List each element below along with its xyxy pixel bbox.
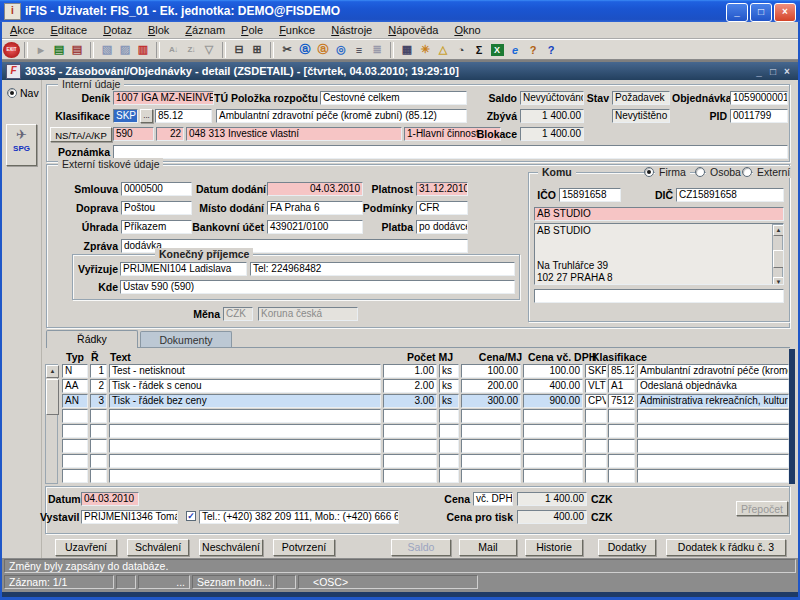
prepocet-button[interactable]: Přepočet	[736, 501, 788, 516]
ucet-field[interactable]: 439021/0100	[267, 220, 363, 234]
tab-radky[interactable]: Řádky	[46, 330, 138, 348]
klasifikace-kod-field[interactable]: 85.12	[155, 109, 212, 123]
uhrada-field[interactable]: Příkazem	[121, 220, 192, 234]
denik-field[interactable]: 1007 IGA MZ-NEINVESTI	[113, 91, 214, 105]
table-cell-empty[interactable]	[90, 439, 107, 453]
table-cell-r[interactable]: 2	[90, 379, 107, 393]
form-close-icon[interactable]: ×	[780, 66, 794, 77]
podminky-field[interactable]: CFR	[416, 201, 468, 215]
table-cell-empty[interactable]	[383, 409, 437, 423]
help-person-icon[interactable]: ?	[524, 42, 542, 58]
table-cell-empty[interactable]	[461, 439, 521, 453]
table-cell-r[interactable]: 3	[90, 394, 107, 408]
table-cell-mj[interactable]: ks	[439, 379, 459, 393]
klasifikace-typ-field[interactable]: SKP	[113, 109, 138, 123]
cut-icon[interactable]: ✂	[278, 42, 296, 58]
table-cell-popis[interactable]: Administrativa rekreačních, kulturních a	[637, 394, 789, 408]
table-cell-empty[interactable]	[461, 469, 521, 483]
table-cell-empty[interactable]	[383, 454, 437, 468]
table-cell-cena-dph[interactable]: 900.00	[523, 394, 583, 408]
table-cell-empty[interactable]	[585, 424, 607, 438]
vyrizuje-field[interactable]: PRIJMENI104 Ladislava	[120, 262, 247, 276]
table-cell-empty[interactable]	[608, 424, 635, 438]
ico-field[interactable]: 15891658	[559, 188, 621, 202]
table-cell-empty[interactable]	[109, 439, 381, 453]
dic-field[interactable]: CZ15891658	[676, 188, 784, 202]
objednavka-field[interactable]: 1059000001	[730, 91, 788, 105]
menu-editace[interactable]: Editace	[42, 23, 95, 37]
adresa-scrollbar[interactable]: ▲ ▼	[772, 224, 783, 284]
table-cell-empty[interactable]	[523, 424, 583, 438]
misto-dodani-field[interactable]: FA Praha 6	[267, 201, 363, 215]
previous-record-icon[interactable]: ▧	[98, 42, 116, 58]
table-cell-empty[interactable]	[62, 409, 88, 423]
osoba-radio[interactable]	[695, 167, 705, 177]
exit-icon[interactable]: EXIT	[3, 42, 20, 58]
table-cell-text[interactable]: Test - netisknout	[109, 364, 381, 378]
table-cell-empty[interactable]	[383, 439, 437, 453]
helm-icon[interactable]: ✳	[416, 42, 434, 58]
spg-button[interactable]: ✈ SPG	[6, 124, 37, 166]
tab-dokumenty[interactable]: Dokumenty	[140, 331, 232, 348]
maximize-button[interactable]: □	[750, 3, 772, 22]
table-cell-empty[interactable]	[90, 409, 107, 423]
browser-icon[interactable]: e	[506, 42, 524, 58]
nstakp-button[interactable]: NS/TA/A/KP	[50, 127, 112, 142]
table-cell-popis[interactable]: Ambulantní zdravotní péče (kromě zubn	[637, 364, 789, 378]
table-cell-empty[interactable]	[585, 439, 607, 453]
scroll-up-icon[interactable]: ▲	[773, 225, 784, 236]
form-minimize-icon[interactable]: _	[752, 66, 766, 77]
delete-record-icon[interactable]: ▥	[134, 42, 152, 58]
table-cell-text[interactable]: Tisk - řádek bez ceny	[109, 394, 381, 408]
ns-field[interactable]: 590	[113, 127, 154, 141]
table-cell-mj[interactable]: ks	[439, 364, 459, 378]
table-cell-empty[interactable]	[383, 469, 437, 483]
minimize-button[interactable]: _	[726, 3, 748, 22]
menu-nastroje[interactable]: Nástroje	[323, 23, 380, 37]
table-cell-empty[interactable]	[461, 424, 521, 438]
externi-radio[interactable]	[742, 167, 752, 177]
table-cell-empty[interactable]	[62, 439, 88, 453]
datum-field[interactable]: 04.03.2010	[81, 492, 139, 506]
pyramid-icon[interactable]: △	[434, 42, 452, 58]
outline-icon[interactable]: ≣	[368, 42, 386, 58]
table-cell-empty[interactable]	[62, 424, 88, 438]
table-cell-empty[interactable]	[109, 409, 381, 423]
table-cell-mj[interactable]: ks	[439, 394, 459, 408]
table-cell-empty[interactable]	[109, 454, 381, 468]
table-cell-empty[interactable]	[637, 469, 789, 483]
table-cell-typ[interactable]: N	[62, 364, 88, 378]
record-scroll-up-icon[interactable]: ▲	[46, 365, 59, 378]
kde-field[interactable]: Ústav 590 (590)	[120, 280, 515, 294]
excel-icon[interactable]: X	[491, 44, 504, 56]
scroll-down-icon[interactable]: ▼	[773, 277, 784, 285]
close-button[interactable]: ×	[774, 3, 796, 22]
table-cell-empty[interactable]	[62, 454, 88, 468]
firma-nazev-field[interactable]: AB STUDIO	[534, 207, 784, 221]
table-cell-empty[interactable]	[523, 409, 583, 423]
tel-checkbox[interactable]: ✓	[186, 511, 196, 521]
paste-icon[interactable]: ⓐ	[314, 42, 332, 58]
table-cell-empty[interactable]	[608, 439, 635, 453]
table-cell-empty[interactable]	[585, 409, 607, 423]
filter-icon[interactable]: ▽	[200, 42, 218, 58]
table-cell-k1[interactable]: CPV	[585, 394, 607, 408]
table-cell-pocet[interactable]: 1.00	[383, 364, 437, 378]
titlebar[interactable]: i iFIS - Uživatel: FIS_01 - Ek. jednotka…	[0, 0, 800, 22]
mail-button[interactable]: Mail	[459, 539, 517, 556]
firma-radio[interactable]	[644, 167, 654, 177]
menu-pole[interactable]: Pole	[233, 23, 271, 37]
copy-icon[interactable]: ⓐ	[296, 42, 314, 58]
historie-button[interactable]: Historie	[525, 539, 583, 556]
table-cell-cena-dph[interactable]: 100.00	[523, 364, 583, 378]
adresa-textarea[interactable]: AB STUDIO Na Truhlářce 39 102 27 PRAHA 8…	[534, 223, 784, 285]
table-cell-empty[interactable]	[439, 439, 459, 453]
table-cell-empty[interactable]	[90, 424, 107, 438]
table-cell-empty[interactable]	[637, 409, 789, 423]
table-cell-typ[interactable]: AA	[62, 379, 88, 393]
status-list-of-values[interactable]: Seznam hodn...	[192, 575, 274, 589]
dodatek-k-radku-button[interactable]: Dodatek k řádku č. 3	[666, 539, 786, 556]
table-cell-empty[interactable]	[109, 424, 381, 438]
saldo-button[interactable]: Saldo	[391, 539, 451, 556]
neschvaleni-button[interactable]: Neschválení	[199, 539, 263, 556]
